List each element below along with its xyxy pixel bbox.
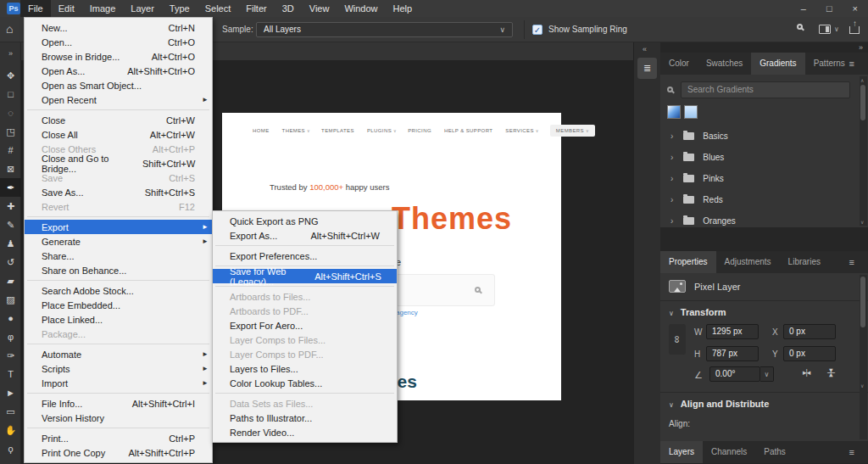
maximize-icon[interactable]: □ bbox=[826, 3, 832, 14]
x-input[interactable]: 0 px bbox=[783, 324, 836, 339]
panel-tab[interactable]: Gradients bbox=[751, 53, 804, 75]
file-menu-item[interactable]: Place Linked... bbox=[25, 312, 212, 327]
file-menu-item[interactable]: Print One Copy Alt+Shift+Ctrl+P bbox=[25, 445, 212, 460]
transform-section-header[interactable]: ∨Transform bbox=[669, 307, 726, 317]
menubar-item[interactable]: Help bbox=[386, 0, 420, 17]
crop-tool[interactable]: # bbox=[0, 141, 21, 159]
export-submenu-item[interactable]: Export For Aero... bbox=[213, 318, 397, 333]
file-menu-item[interactable]: Open as Smart Object... bbox=[25, 78, 212, 92]
export-submenu-item[interactable]: Export As... Alt+Shift+Ctrl+W bbox=[213, 228, 397, 243]
file-menu-item[interactable]: Scripts ► bbox=[25, 361, 212, 376]
close-icon[interactable]: × bbox=[853, 3, 858, 14]
panel-tab[interactable]: Paths bbox=[755, 441, 794, 463]
toolbar-collapse-icon[interactable]: » bbox=[0, 49, 21, 58]
file-menu-item[interactable]: Export ► bbox=[25, 220, 212, 234]
lasso-tool[interactable]: ◌ bbox=[0, 103, 21, 122]
gradient-tool[interactable]: ▨ bbox=[0, 290, 21, 309]
chevron-right-icon[interactable]: › bbox=[670, 131, 673, 141]
file-menu-item[interactable]: Close and Go to Bridge... Shift+Ctrl+W bbox=[25, 156, 212, 171]
file-menu-item[interactable]: Import ► bbox=[25, 376, 212, 390]
panel-tab[interactable]: Adjustments bbox=[716, 251, 780, 273]
scroll-up-icon[interactable]: ∧ bbox=[860, 77, 864, 83]
scrollbar-thumb[interactable] bbox=[860, 85, 865, 120]
rectangular-marquee-tool[interactable]: □ bbox=[0, 85, 21, 103]
chevron-down-icon[interactable]: ∨ bbox=[669, 310, 674, 317]
file-menu-item[interactable]: Search Adobe Stock... bbox=[25, 283, 212, 298]
link-dimensions-icon[interactable]: ∞ bbox=[669, 324, 686, 355]
expand-panels-icon[interactable]: « bbox=[643, 45, 647, 53]
menubar-item[interactable]: View bbox=[302, 0, 337, 17]
export-submenu-item[interactable]: Layers to Files... bbox=[213, 361, 397, 376]
export-submenu-item[interactable]: Quick Export as PNG bbox=[213, 214, 397, 228]
file-menu-item[interactable]: Open As... Alt+Shift+Ctrl+O bbox=[25, 64, 212, 78]
history-brush-tool[interactable]: ↺ bbox=[0, 253, 21, 271]
type-tool[interactable]: T bbox=[0, 365, 21, 383]
sample-dropdown[interactable]: All Layers ∨ bbox=[256, 22, 513, 37]
eyedropper-tool[interactable]: ✒ bbox=[0, 178, 21, 197]
export-submenu-item[interactable]: Save for Web (Legacy)... Alt+Shift+Ctrl+… bbox=[213, 269, 397, 283]
menubar-item[interactable]: Type bbox=[162, 0, 198, 17]
file-menu-item[interactable]: Print... Ctrl+P bbox=[25, 431, 212, 445]
chevron-right-icon[interactable]: › bbox=[670, 216, 673, 226]
file-menu-item[interactable]: Share... bbox=[25, 249, 212, 263]
zoom-tool[interactable]: ϙ bbox=[0, 439, 21, 458]
file-menu-item[interactable]: Browse in Bridge... Alt+Ctrl+O bbox=[25, 49, 212, 64]
export-submenu-item[interactable]: Export Preferences... bbox=[213, 249, 397, 263]
file-menu-item[interactable]: File Info... Alt+Shift+Ctrl+I bbox=[25, 396, 212, 411]
angle-dropdown-icon[interactable]: ∨ bbox=[760, 366, 774, 382]
scrollbar-thumb[interactable] bbox=[860, 277, 865, 327]
file-menu-item[interactable]: Close Ctrl+W bbox=[25, 113, 212, 127]
hand-tool[interactable]: ✋ bbox=[0, 421, 21, 439]
file-menu-item[interactable]: Close All Alt+Ctrl+W bbox=[25, 127, 212, 142]
file-menu-item[interactable]: Automate ► bbox=[25, 347, 212, 361]
width-input[interactable]: 1295 px bbox=[706, 324, 759, 339]
file-menu-item[interactable]: Open... Ctrl+O bbox=[25, 35, 212, 49]
gradient-folder-row[interactable]: › Reds bbox=[660, 189, 862, 210]
rectangle-tool[interactable]: ▭ bbox=[0, 402, 21, 421]
chevron-right-icon[interactable]: › bbox=[670, 174, 673, 183]
flip-vertical-icon[interactable]: ▸|◂ bbox=[827, 369, 836, 376]
file-menu-item[interactable]: New... Ctrl+N bbox=[25, 20, 212, 35]
menubar-item[interactable]: Select bbox=[198, 0, 239, 17]
brush-tool[interactable]: ✎ bbox=[0, 215, 21, 234]
collapsed-panel-icon[interactable]: ≣ bbox=[637, 58, 657, 79]
move-tool[interactable]: ✥ bbox=[0, 66, 21, 85]
workspace-icon[interactable] bbox=[819, 25, 831, 34]
panel-tab[interactable]: Channels bbox=[703, 441, 755, 463]
gradient-folder-row[interactable]: › Pinks bbox=[660, 168, 862, 189]
file-menu-item[interactable]: Version History bbox=[25, 411, 212, 425]
panel-menu-icon[interactable]: ≡ bbox=[849, 441, 854, 463]
pen-tool[interactable]: ✑ bbox=[0, 346, 21, 365]
scroll-down-icon[interactable]: ∨ bbox=[860, 219, 864, 225]
path-selection-tool[interactable]: ► bbox=[0, 383, 21, 402]
panel-tab[interactable]: Libraries bbox=[780, 251, 829, 273]
panel-menu-icon[interactable]: ≡ bbox=[849, 251, 854, 273]
scrollbar[interactable]: ∧ ∨ bbox=[860, 76, 867, 226]
file-menu-item[interactable]: Place Embedded... bbox=[25, 298, 212, 312]
export-submenu-item[interactable]: Render Video... bbox=[213, 425, 397, 439]
file-menu-item[interactable]: Save As... Shift+Ctrl+S bbox=[25, 185, 212, 199]
search-icon[interactable] bbox=[797, 24, 803, 30]
file-menu-item[interactable]: Open Recent ► bbox=[25, 92, 212, 107]
panel-tab[interactable]: Color bbox=[660, 53, 698, 75]
show-sampling-ring-checkbox[interactable]: ✓ bbox=[532, 25, 542, 35]
chevron-right-icon[interactable]: › bbox=[670, 153, 673, 162]
angle-input[interactable]: 0.00° bbox=[709, 366, 760, 382]
share-icon[interactable] bbox=[849, 26, 860, 34]
file-menu-item[interactable]: Share on Behance... bbox=[25, 263, 212, 277]
panel-menu-icon[interactable]: ≡ bbox=[849, 53, 854, 75]
menubar-item[interactable]: 3D bbox=[275, 0, 302, 17]
chevron-right-icon[interactable]: › bbox=[670, 195, 673, 204]
chevron-down-icon[interactable]: ∨ bbox=[834, 25, 839, 33]
frame-tool[interactable]: ⊠ bbox=[0, 159, 21, 178]
panel-tab[interactable]: Patterns bbox=[805, 53, 854, 75]
gradients-search-input[interactable]: Search Gradients bbox=[681, 81, 850, 98]
scroll-down-icon[interactable]: ∨ bbox=[860, 383, 864, 389]
home-icon[interactable]: ⌂ bbox=[6, 22, 13, 36]
export-submenu-item[interactable]: Paths to Illustrator... bbox=[213, 411, 397, 425]
panel-tab[interactable]: Properties bbox=[660, 251, 716, 273]
panel-tab[interactable]: Swatches bbox=[698, 53, 751, 75]
gradient-folder-row[interactable]: › Oranges bbox=[660, 210, 862, 232]
file-menu-item[interactable]: Generate ► bbox=[25, 234, 212, 249]
menubar-item[interactable]: Edit bbox=[51, 0, 82, 17]
